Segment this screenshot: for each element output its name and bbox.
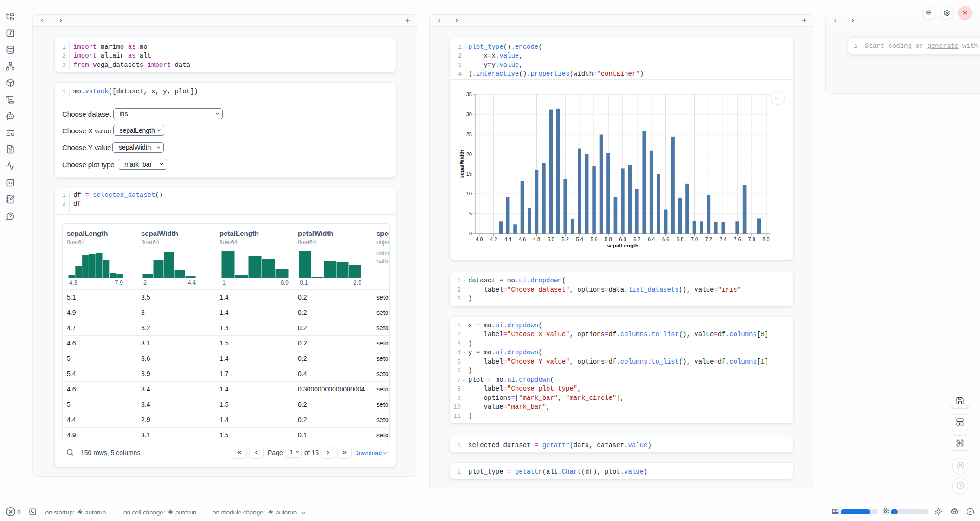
svg-text:4.0: 4.0 xyxy=(476,236,483,242)
svg-text:5.0: 5.0 xyxy=(548,236,554,242)
svg-text:5.2: 5.2 xyxy=(562,236,569,242)
svg-text:20: 20 xyxy=(466,151,472,157)
svg-text:10: 10 xyxy=(466,191,472,196)
svg-text:6.2: 6.2 xyxy=(633,236,640,242)
svg-text:5.8: 5.8 xyxy=(605,236,612,242)
svg-text:6.8: 6.8 xyxy=(677,236,683,242)
svg-text:15: 15 xyxy=(466,171,472,176)
svg-text:25: 25 xyxy=(466,131,472,137)
svg-text:7.8: 7.8 xyxy=(748,236,755,242)
svg-text:6.0: 6.0 xyxy=(619,236,626,242)
svg-text:5.4: 5.4 xyxy=(576,236,583,242)
svg-text:7.6: 7.6 xyxy=(734,236,741,242)
svg-text:0: 0 xyxy=(469,231,472,236)
svg-text:4.2: 4.2 xyxy=(490,236,497,242)
svg-text:sepalLength: sepalLength xyxy=(607,243,638,248)
svg-text:7.0: 7.0 xyxy=(691,236,698,242)
svg-text:5: 5 xyxy=(469,211,472,216)
svg-text:7.2: 7.2 xyxy=(705,236,712,242)
svg-text:4.4: 4.4 xyxy=(504,236,511,242)
svg-text:6.6: 6.6 xyxy=(662,236,669,242)
svg-text:7.4: 7.4 xyxy=(720,236,727,242)
svg-text:5.6: 5.6 xyxy=(590,236,597,242)
svg-text:4.6: 4.6 xyxy=(519,236,526,242)
svg-text:8.0: 8.0 xyxy=(762,236,769,242)
svg-text:35: 35 xyxy=(466,91,472,97)
svg-text:30: 30 xyxy=(466,111,472,117)
svg-text:4.8: 4.8 xyxy=(533,236,540,242)
svg-text:6.4: 6.4 xyxy=(648,236,655,242)
svg-text:sepalWidth: sepalWidth xyxy=(459,150,464,178)
